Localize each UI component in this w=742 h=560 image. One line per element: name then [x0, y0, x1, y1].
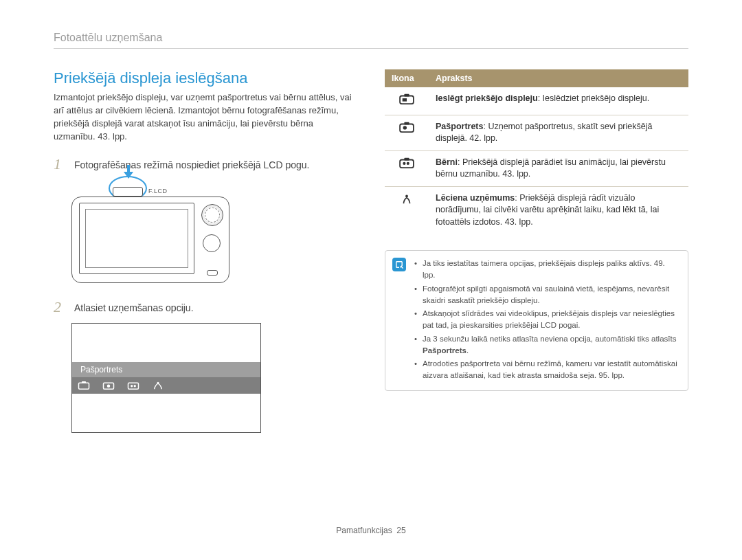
svg-point-3	[107, 385, 111, 388]
svg-point-13	[403, 126, 407, 129]
footer-section: Pamatfunkcijas	[336, 526, 392, 535]
svg-rect-0	[79, 383, 89, 390]
notes-box: Ja tiks iestatītas taimera opcijas, prie…	[385, 250, 688, 391]
table-row: Ieslēgt priekšējo displeju: Ieslēdziet p…	[385, 87, 688, 115]
note-item: Fotografējot spilgti apgaismotā vai saul…	[414, 283, 679, 307]
step-2-text: Atlasiet uzņemšanas opciju.	[74, 300, 194, 315]
table-cell-desc: Ieslēgt priekšējo displeju: Ieslēdziet p…	[429, 87, 688, 115]
option-menu-label: Pašportrets	[72, 362, 260, 377]
icon-description-table: Ikona Apraksts Ieslēgt priekšējo displej…	[385, 69, 688, 234]
page-footer: Pamatfunkcijas 25	[0, 526, 742, 535]
svg-point-6	[134, 385, 136, 387]
camera-illustration: F.LCD	[71, 180, 357, 283]
table-row: Pašportrets: Uzņemot pašportretus, skatī…	[385, 115, 688, 150]
note-icon	[392, 258, 406, 271]
table-head-desc: Apraksts	[429, 69, 688, 87]
step-1-number: 1	[54, 157, 67, 172]
svg-rect-1	[82, 381, 86, 383]
right-column: Ikona Apraksts Ieslēgt priekšējo displej…	[385, 69, 688, 433]
svg-rect-10	[403, 98, 407, 102]
children-icon	[398, 157, 415, 169]
table-cell-desc: Bērni: Priekšējā displejā parādiet īsu a…	[429, 150, 688, 186]
front-off-icon	[398, 93, 415, 105]
camera-dpad-icon	[203, 234, 221, 252]
camera-body	[71, 197, 229, 283]
step-1-text: Fotografēšanas režīmā nospiediet priekšē…	[74, 157, 309, 172]
option-menu-illustration: Pašportrets	[71, 323, 261, 433]
note-item: Atrodoties pašportreta vai bērnu režīmā,…	[414, 358, 679, 382]
page-header: Fotoattēlu uzņemšana	[54, 32, 688, 49]
front-off-icon	[78, 381, 90, 390]
svg-rect-15	[404, 157, 409, 160]
children-icon	[127, 381, 139, 390]
table-row: Lēciena uzņēmums: Priekšējā displejā rād…	[385, 186, 688, 234]
section-title: Priekšējā displeja ieslēgšana	[54, 69, 357, 87]
camera-rear-screen	[79, 203, 194, 274]
note-item: Ja tiks iestatītas taimera opcijas, prie…	[414, 258, 679, 282]
svg-rect-11	[400, 124, 414, 132]
camera-mode-dial-icon	[201, 204, 223, 226]
footer-page: 25	[396, 526, 405, 535]
svg-rect-9	[404, 94, 409, 97]
note-item: Atskaņojot slīdrādes vai videoklipus, pr…	[414, 308, 679, 332]
camera-flcd-label: F.LCD	[148, 188, 168, 194]
svg-rect-4	[128, 383, 139, 390]
svg-point-16	[403, 161, 405, 164]
step-1: 1 Fotografēšanas režīmā nospiediet priek…	[54, 157, 357, 172]
self-portrait-icon	[398, 121, 415, 133]
svg-point-7	[157, 382, 159, 384]
self-portrait-icon	[102, 381, 115, 390]
step-2-number: 2	[54, 300, 67, 315]
table-cell-desc: Pašportrets: Uzņemot pašportretus, skatī…	[429, 115, 688, 150]
jump-icon	[152, 381, 164, 390]
svg-point-5	[131, 385, 133, 387]
left-column: Priekšējā displeja ieslēgšana Izmantojot…	[54, 69, 357, 433]
camera-small-button-icon	[207, 270, 218, 276]
table-cell-desc: Lēciena uzņēmums: Priekšējā displejā rād…	[429, 186, 688, 234]
camera-flcd-button	[113, 187, 143, 197]
section-intro: Izmantojot priekšējo displeju, var uzņem…	[54, 91, 357, 143]
jump-icon	[400, 192, 414, 206]
table-row: Bērni: Priekšējā displejā parādiet īsu a…	[385, 150, 688, 186]
step-2: 2 Atlasiet uzņemšanas opciju.	[54, 300, 357, 315]
svg-rect-12	[404, 122, 409, 124]
table-head-icon: Ikona	[385, 69, 429, 87]
svg-point-17	[407, 161, 409, 164]
header-title: Fotoattēlu uzņemšana	[54, 32, 162, 43]
note-item: Ja 3 sekunžu laikā netiks atlasīta nevie…	[414, 333, 679, 357]
